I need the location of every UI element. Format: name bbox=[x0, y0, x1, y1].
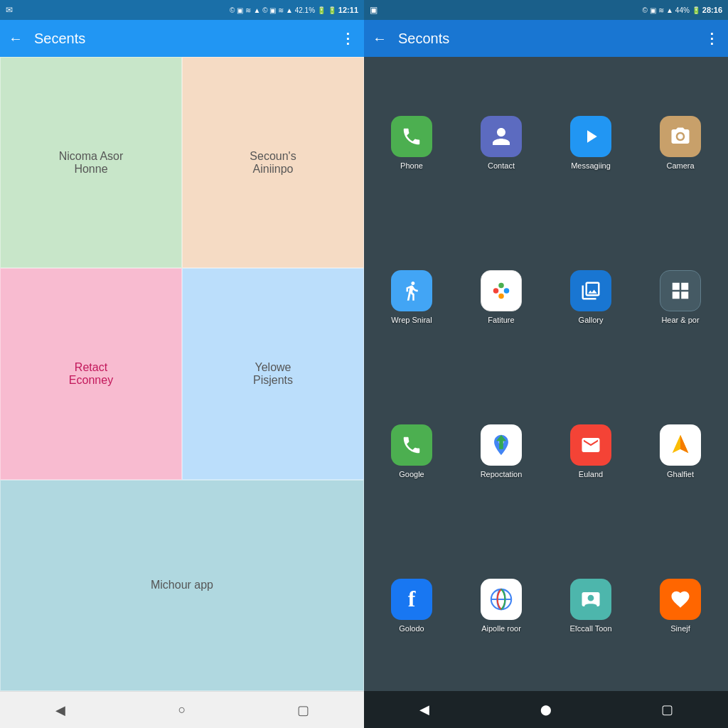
right-more-button[interactable]: ⋮ bbox=[705, 30, 719, 47]
left-status-bar: ✉ © ▣ ≋ ▲ © ▣ ≋ ▲ 42.1% 🔋 🔋 12:11 bbox=[0, 0, 364, 20]
app-wrep[interactable]: Wrep Sniral bbox=[370, 223, 454, 371]
aipolle-icon bbox=[481, 579, 522, 620]
right-back-button[interactable]: ← bbox=[373, 31, 387, 47]
contact-icon bbox=[481, 116, 522, 157]
app-fatiture[interactable]: Fatiture bbox=[459, 223, 543, 371]
ghalfiet-icon bbox=[660, 424, 701, 466]
left-more-button[interactable]: ⋮ bbox=[341, 30, 355, 47]
right-recent-nav[interactable]: ▢ bbox=[652, 694, 683, 725]
left-nav-bar: ◀ ○ ▢ bbox=[0, 691, 364, 728]
right-nav-bar: ◀ ⬤ ▢ bbox=[364, 691, 728, 728]
grid-cell-nicoma[interactable]: Nicoma Asor Honne bbox=[0, 57, 182, 268]
right-panel: ▣ © ▣ ≋ ▲ 44% 🔋 28:16 ← Seconts ⋮ Phone bbox=[364, 0, 728, 728]
gallery-label: Gallory bbox=[579, 316, 604, 324]
app-contact[interactable]: Contact bbox=[459, 68, 543, 217]
sinejf-icon bbox=[660, 579, 701, 620]
golodo-label: Golodo bbox=[399, 624, 424, 633]
app-grid: Phone Contact Messagiing Camera Wre bbox=[364, 57, 728, 691]
svg-point-0 bbox=[493, 288, 499, 294]
fatiture-label: Fatiture bbox=[488, 316, 514, 324]
contact-label: Contact bbox=[488, 161, 515, 170]
hearandpor-label: Hear & por bbox=[661, 316, 699, 324]
euland-icon bbox=[570, 424, 611, 466]
wrep-icon bbox=[391, 270, 432, 311]
messaging-label: Messagiing bbox=[571, 161, 611, 170]
euland-label: Euland bbox=[579, 470, 603, 478]
golodo-icon: f bbox=[391, 579, 432, 620]
sinejf-label: Sinejf bbox=[670, 624, 690, 633]
google-label: Google bbox=[399, 470, 424, 478]
fatiture-icon bbox=[481, 270, 522, 311]
app-ghalfiet[interactable]: Ghalfiet bbox=[638, 377, 722, 525]
right-app-bar: ← Seconts ⋮ bbox=[364, 20, 728, 57]
repoctation-label: Repoctation bbox=[481, 470, 523, 478]
left-back-button[interactable]: ← bbox=[9, 31, 23, 47]
phone-icon bbox=[391, 116, 432, 157]
app-repoctation[interactable]: Repoctation bbox=[459, 377, 543, 525]
ghalfiet-label: Ghalfiet bbox=[667, 470, 694, 478]
left-status-time: 12:11 bbox=[338, 6, 358, 14]
svg-marker-7 bbox=[680, 434, 688, 453]
right-status-time: 28:16 bbox=[702, 6, 722, 14]
svg-point-1 bbox=[498, 282, 504, 288]
right-app-title: Seconts bbox=[398, 31, 693, 47]
right-status-icon: ▣ bbox=[370, 5, 378, 15]
grid-cell-retact[interactable]: Retact Econney bbox=[0, 268, 182, 479]
grid-cell-secoun[interactable]: Secoun's Ainiinpo bbox=[182, 57, 364, 268]
left-status-msg-icon: ✉ bbox=[6, 5, 13, 15]
app-messaging[interactable]: Messagiing bbox=[549, 68, 633, 217]
app-google[interactable]: Google bbox=[370, 377, 454, 525]
repoctation-icon bbox=[481, 424, 522, 466]
wrep-label: Wrep Sniral bbox=[391, 316, 432, 324]
app-aipolle[interactable]: Aipolle roor bbox=[459, 531, 543, 680]
svg-point-2 bbox=[504, 288, 510, 294]
grid-cell-michour[interactable]: Michour app bbox=[0, 480, 364, 691]
app-eicceall[interactable]: Eĭccall Toon bbox=[549, 531, 633, 680]
hearandpor-icon bbox=[660, 270, 701, 311]
app-golodo[interactable]: f Golodo bbox=[370, 531, 454, 680]
app-phone[interactable]: Phone bbox=[370, 68, 454, 217]
right-status-icons: © ▣ ≋ ▲ 44% 🔋 28:16 bbox=[643, 6, 722, 14]
app-sinejf[interactable]: Sinejf bbox=[638, 531, 722, 680]
left-home-nav[interactable]: ○ bbox=[166, 695, 198, 726]
eicceall-label: Eĭccall Toon bbox=[569, 624, 611, 633]
left-app-title: Secents bbox=[34, 31, 329, 47]
left-back-nav[interactable]: ◀ bbox=[45, 695, 76, 726]
left-status-icons: © ▣ ≋ ▲ © ▣ ≋ ▲ 42.1% 🔋 🔋 12:11 bbox=[230, 6, 358, 14]
app-camera[interactable]: Camera bbox=[638, 68, 722, 217]
grid-cell-yelowe[interactable]: Yelowe Pisjents bbox=[182, 268, 364, 479]
right-back-nav[interactable]: ◀ bbox=[409, 694, 440, 725]
left-app-bar: ← Secents ⋮ bbox=[0, 20, 364, 57]
eicceall-icon bbox=[570, 579, 611, 620]
right-home-nav[interactable]: ⬤ bbox=[530, 694, 562, 725]
left-panel: ✉ © ▣ ≋ ▲ © ▣ ≋ ▲ 42.1% 🔋 🔋 12:11 ← Sece… bbox=[0, 0, 364, 728]
camera-label: Camera bbox=[666, 161, 694, 170]
svg-point-3 bbox=[498, 293, 504, 299]
app-euland[interactable]: Euland bbox=[549, 377, 633, 525]
app-gallery[interactable]: Gallory bbox=[549, 223, 633, 371]
aipolle-label: Aipolle roor bbox=[481, 624, 521, 633]
phone-label: Phone bbox=[400, 161, 423, 170]
gallery-icon bbox=[570, 270, 611, 311]
left-grid: Nicoma Asor Honne Secoun's Ainiinpo Reta… bbox=[0, 57, 364, 691]
google-icon bbox=[391, 424, 432, 466]
messaging-icon bbox=[570, 116, 611, 157]
app-hearandpor[interactable]: Hear & por bbox=[638, 223, 722, 371]
left-recent-nav[interactable]: ▢ bbox=[288, 695, 319, 726]
right-status-bar: ▣ © ▣ ≋ ▲ 44% 🔋 28:16 bbox=[364, 0, 728, 20]
camera-icon bbox=[660, 116, 701, 157]
